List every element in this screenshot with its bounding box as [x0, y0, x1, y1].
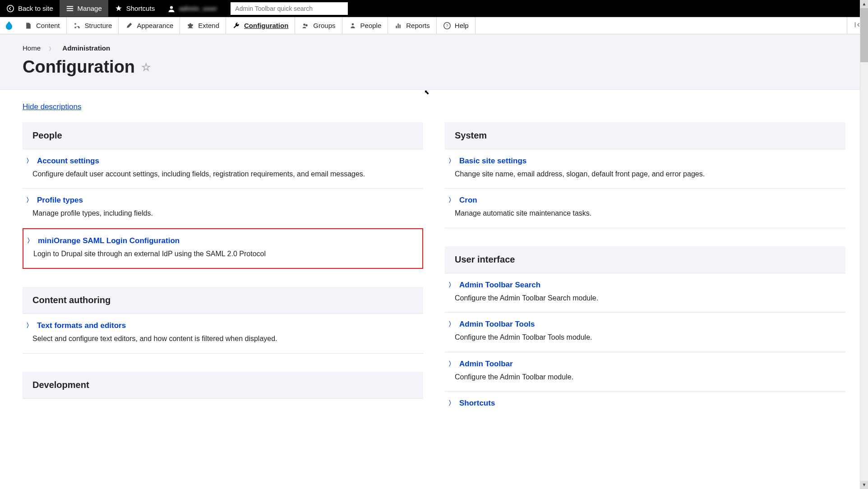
- tab-reports[interactable]: Reports: [388, 17, 437, 34]
- structure-icon: [73, 22, 81, 30]
- favorite-star-icon[interactable]: ☆: [141, 61, 151, 74]
- link-miniorange-saml[interactable]: 〉 miniOrange SAML Login Configuration: [33, 236, 412, 245]
- tab-content-label: Content: [36, 22, 60, 29]
- admin-search-input[interactable]: [231, 2, 348, 15]
- panel-user-interface-header: User interface: [445, 246, 845, 273]
- top-toolbar: Back to site Manage Shortcuts admin_user: [0, 0, 868, 17]
- vertical-scrollbar[interactable]: ▲ ▼: [860, 0, 868, 438]
- item-admin-toolbar: 〉 Admin Toolbar Configure the Admin Tool…: [445, 352, 845, 392]
- scrollbar-thumb[interactable]: [860, 8, 868, 62]
- breadcrumb-sep: 〉: [49, 46, 54, 52]
- breadcrumb: Home 〉 Administration: [23, 44, 845, 53]
- link-admin-toolbar-tools-label: Admin Toolbar Tools: [459, 320, 535, 329]
- link-basic-site[interactable]: 〉 Basic site settings: [455, 157, 836, 166]
- chevron-right-icon: 〉: [448, 320, 455, 328]
- back-arrow-icon: [6, 5, 14, 13]
- link-cron-label: Cron: [459, 196, 477, 205]
- desc-basic-site: Change site name, email address, slogan,…: [455, 169, 836, 179]
- desc-text-formats: Select and configure text editors, and h…: [32, 334, 413, 344]
- panel-user-interface: User interface 〉 Admin Toolbar Search Co…: [445, 246, 845, 408]
- item-admin-toolbar-search: 〉 Admin Toolbar Search Configure the Adm…: [445, 273, 845, 313]
- tab-help-label: Help: [455, 22, 469, 29]
- manage-label: Manage: [78, 5, 102, 12]
- link-admin-toolbar[interactable]: 〉 Admin Toolbar: [455, 360, 836, 369]
- chevron-right-icon: 〉: [448, 281, 455, 289]
- tab-configuration[interactable]: Configuration: [226, 17, 295, 34]
- desc-account-settings: Configure default user account settings,…: [32, 169, 413, 179]
- desc-cron: Manage automatic site maintenance tasks.: [455, 208, 836, 218]
- shortcuts-toggle[interactable]: Shortcuts: [108, 0, 161, 17]
- chevron-right-icon: 〉: [26, 157, 32, 165]
- link-profile-types[interactable]: 〉 Profile types: [32, 196, 413, 205]
- chevron-right-icon: 〉: [448, 157, 455, 165]
- tab-groups-label: Groups: [313, 22, 335, 29]
- puzzle-icon: [186, 22, 194, 30]
- main-content: Hide descriptions People 〉 Account setti…: [0, 90, 868, 438]
- link-text-formats-label: Text formats and editors: [37, 321, 126, 330]
- svg-point-3: [305, 24, 308, 26]
- tab-groups[interactable]: Groups: [295, 17, 342, 34]
- desc-admin-toolbar: Configure the Admin Toolbar module.: [455, 372, 836, 382]
- tab-configuration-label: Configuration: [244, 22, 288, 29]
- link-miniorange-saml-label: miniOrange SAML Login Configuration: [38, 236, 180, 245]
- people-icon: [349, 22, 357, 30]
- drupal-logo-icon[interactable]: [0, 20, 18, 31]
- panel-development: Development: [23, 372, 423, 399]
- manage-toggle[interactable]: Manage: [60, 0, 108, 17]
- bar-chart-icon: [394, 22, 402, 30]
- tab-content[interactable]: Content: [18, 17, 67, 34]
- chevron-right-icon: 〉: [26, 196, 32, 204]
- tab-extend[interactable]: Extend: [180, 17, 226, 34]
- breadcrumb-home[interactable]: Home: [23, 44, 41, 52]
- brush-icon: [125, 22, 133, 30]
- link-shortcuts[interactable]: 〉 Shortcuts: [455, 399, 836, 408]
- item-miniorange-saml: 〉 miniOrange SAML Login Configuration Lo…: [23, 228, 423, 269]
- svg-point-4: [351, 23, 354, 25]
- tab-structure[interactable]: Structure: [67, 17, 119, 34]
- panel-system-header: System: [445, 122, 845, 149]
- link-admin-toolbar-search[interactable]: 〉 Admin Toolbar Search: [455, 281, 836, 290]
- svg-point-1: [170, 6, 173, 9]
- link-account-settings[interactable]: 〉 Account settings: [32, 157, 413, 166]
- user-label: admin_user: [179, 5, 217, 12]
- header-region: Home 〉 Administration Configuration ☆: [0, 34, 868, 90]
- page-title: Configuration ☆: [23, 57, 845, 77]
- page-title-text: Configuration: [23, 57, 135, 77]
- link-admin-toolbar-tools[interactable]: 〉 Admin Toolbar Tools: [455, 320, 836, 329]
- link-cron[interactable]: 〉 Cron: [455, 196, 836, 205]
- scroll-up-icon[interactable]: ▲: [860, 0, 868, 8]
- tab-appearance[interactable]: Appearance: [119, 17, 180, 34]
- svg-text:?: ?: [446, 23, 448, 28]
- tab-appearance-label: Appearance: [137, 22, 173, 29]
- item-admin-toolbar-tools: 〉 Admin Toolbar Tools Configure the Admi…: [445, 313, 845, 352]
- wrench-icon: [232, 22, 240, 30]
- item-cron: 〉 Cron Manage automatic site maintenance…: [445, 189, 845, 228]
- panel-system: System 〉 Basic site settings Change site…: [445, 122, 845, 228]
- panel-people: People 〉 Account settings Configure defa…: [23, 122, 423, 269]
- item-account-settings: 〉 Account settings Configure default use…: [23, 149, 423, 189]
- tab-people-label: People: [360, 22, 382, 29]
- user-menu[interactable]: admin_user: [161, 0, 223, 17]
- breadcrumb-admin[interactable]: Administration: [62, 44, 110, 52]
- tab-help[interactable]: ? Help: [437, 17, 476, 34]
- hide-descriptions-link[interactable]: Hide descriptions: [23, 102, 81, 111]
- link-text-formats[interactable]: 〉 Text formats and editors: [32, 321, 413, 330]
- link-basic-site-label: Basic site settings: [459, 157, 526, 166]
- link-shortcuts-label: Shortcuts: [459, 399, 495, 408]
- tab-reports-label: Reports: [406, 22, 430, 29]
- desc-profile-types: Manage profile types, including fields.: [32, 208, 413, 218]
- back-to-site[interactable]: Back to site: [0, 0, 60, 17]
- item-text-formats: 〉 Text formats and editors Select and co…: [23, 314, 423, 353]
- file-icon: [24, 22, 32, 30]
- chevron-right-icon: 〉: [448, 399, 455, 407]
- star-icon: [115, 5, 123, 13]
- back-label: Back to site: [18, 5, 53, 12]
- chevron-right-icon: 〉: [448, 196, 455, 204]
- desc-admin-toolbar-tools: Configure the Admin Toolbar Tools module…: [455, 332, 836, 342]
- tab-structure-label: Structure: [85, 22, 112, 29]
- tab-people[interactable]: People: [342, 17, 388, 34]
- help-icon: ?: [443, 22, 451, 30]
- chevron-right-icon: 〉: [26, 322, 32, 330]
- user-icon: [167, 5, 175, 13]
- link-profile-types-label: Profile types: [37, 196, 83, 205]
